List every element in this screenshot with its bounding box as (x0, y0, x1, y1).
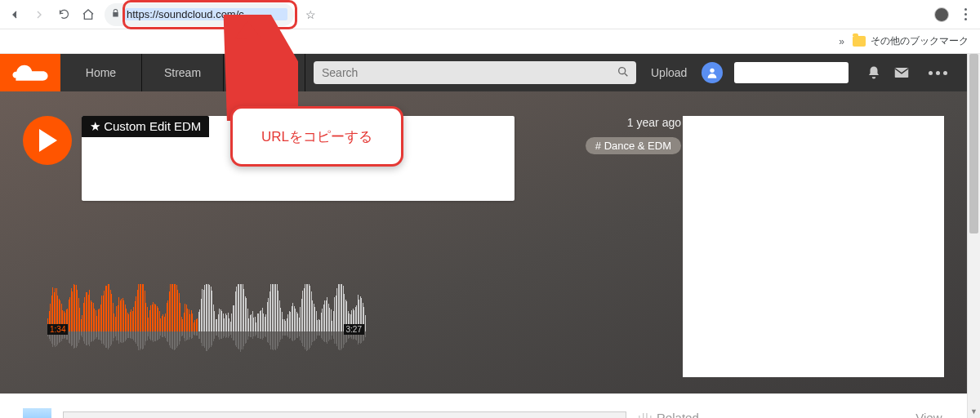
view-all-link[interactable]: View all (915, 411, 944, 418)
search-box (314, 61, 636, 84)
bookmark-folder-label: その他のブックマーク (871, 34, 969, 48)
soundcloud-header: Home Stream Library Upload (0, 54, 967, 91)
nav-stream[interactable]: Stream (142, 54, 224, 91)
track-meta: 1 year ago # Dance & EDM (586, 116, 681, 154)
track-title[interactable]: ★ Custom Edit EDM (82, 116, 209, 137)
track-hero: ★ Custom Edit EDM 1:34 3:27 1 year ago #… (0, 91, 967, 394)
time-elapsed: 1:34 (47, 324, 68, 335)
browser-toolbar: https://soundcloud.com/c… ☆ (0, 0, 980, 29)
lock-icon (111, 8, 120, 20)
notifications-icon[interactable] (860, 65, 888, 80)
primary-nav: Home Stream Library (60, 54, 305, 91)
chrome-menu-button[interactable] (957, 8, 973, 20)
bookmark-folder-other[interactable]: その他のブックマーク (853, 34, 969, 48)
folder-icon (853, 36, 866, 47)
scroll-thumb[interactable] (969, 54, 978, 233)
upload-link[interactable]: Upload (651, 66, 687, 79)
profile-avatar-icon[interactable] (934, 7, 949, 22)
track-artwork[interactable] (683, 116, 944, 377)
more-menu-button[interactable] (915, 71, 960, 75)
user-avatar[interactable] (702, 62, 723, 83)
reload-button[interactable] (56, 7, 72, 23)
home-button[interactable] (80, 7, 96, 23)
address-bar[interactable]: https://soundcloud.com/c… (105, 3, 294, 26)
related-tracks-heading: ıllı Related tracks (638, 411, 703, 418)
play-button[interactable] (23, 116, 72, 165)
track-age: 1 year ago (586, 116, 681, 129)
bookmarks-bar: » その他のブックマーク (0, 29, 980, 54)
search-input[interactable] (314, 61, 636, 84)
annotation-callout: URLをコピーする (230, 106, 403, 167)
waveform[interactable]: 1:34 3:27 (47, 282, 364, 354)
nav-home[interactable]: Home (60, 54, 142, 91)
comment-section: ıllı Related tracks View all (0, 394, 967, 418)
messages-icon[interactable] (888, 67, 915, 78)
page-scrollbar[interactable]: ▲ ▼ (967, 54, 980, 418)
forward-button[interactable] (31, 7, 47, 23)
svg-point-0 (619, 68, 626, 74)
bookmarks-overflow-icon[interactable]: » (839, 36, 844, 47)
soundcloud-logo[interactable] (0, 54, 60, 91)
track-tag[interactable]: # Dance & EDM (586, 137, 681, 154)
svg-point-1 (710, 69, 715, 73)
time-total: 3:27 (344, 324, 364, 335)
callout-text: URLをコピーする (261, 127, 372, 146)
comment-avatar[interactable] (23, 408, 51, 418)
header-text-field[interactable] (734, 62, 849, 83)
comment-input[interactable] (63, 411, 626, 418)
back-button[interactable] (7, 7, 23, 23)
scroll-down-icon[interactable]: ▼ (968, 405, 980, 418)
equalizer-icon: ıllı (638, 411, 653, 418)
bookmark-star-icon[interactable]: ☆ (305, 8, 316, 21)
nav-library[interactable]: Library (224, 54, 305, 91)
search-icon[interactable] (617, 65, 630, 81)
url-text: https://soundcloud.com/c… (125, 8, 287, 20)
